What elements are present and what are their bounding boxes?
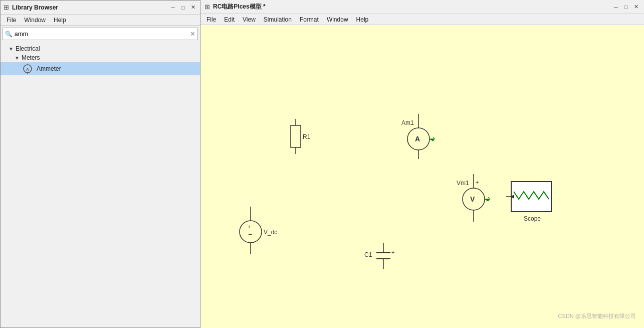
ammeter-label: Ammeter xyxy=(37,65,61,72)
scope[interactable]: Scope xyxy=(506,182,551,222)
library-titlebar: ⊞ Library Browser ─ □ ✕ xyxy=(1,1,200,15)
svg-text:A: A xyxy=(26,67,29,72)
library-menubar: File Window Help xyxy=(1,15,200,26)
diagram-svg: R1 + − V_dc xyxy=(200,25,644,328)
library-maximize-btn[interactable]: □ xyxy=(179,4,187,12)
canvas-area[interactable]: R1 + − V_dc xyxy=(200,25,644,328)
svg-text:R1: R1 xyxy=(303,133,311,140)
svg-text:V: V xyxy=(470,195,475,203)
canvas-menu-view[interactable]: View xyxy=(239,15,260,24)
library-title: Library Browser xyxy=(12,4,58,11)
svg-text:−: − xyxy=(248,230,252,238)
canvas-minimize-btn[interactable]: ─ xyxy=(612,3,620,11)
voltage-source-Vdc[interactable]: + − V_dc xyxy=(240,207,277,254)
voltmeter-Vm1[interactable]: + V Vm1 xyxy=(457,174,490,222)
library-titlebar-controls: ─ □ ✕ xyxy=(169,4,197,12)
library-browser-panel: ⊞ Library Browser ─ □ ✕ File Window Help… xyxy=(0,0,200,328)
electrical-expand-icon: ▼ xyxy=(9,46,14,52)
canvas-menu-edit[interactable]: Edit xyxy=(220,15,239,24)
capacitor-C1[interactable]: + C1 xyxy=(364,243,394,269)
svg-text:Vm1: Vm1 xyxy=(457,180,469,187)
canvas-titlebar: ⊞ RC电路Plces模型 * ─ □ ✕ xyxy=(200,0,644,14)
search-icon: 🔍 xyxy=(5,31,13,38)
svg-rect-5 xyxy=(291,125,301,147)
canvas-panel: ⊞ RC电路Plces模型 * ─ □ ✕ File Edit View Sim… xyxy=(200,0,644,328)
electrical-label: Electrical xyxy=(16,45,40,52)
canvas-menu-window[interactable]: Window xyxy=(323,15,352,24)
svg-text:+: + xyxy=(476,179,479,185)
canvas-controls: ─ □ ✕ xyxy=(612,3,640,11)
canvas-icon: ⊞ xyxy=(204,3,210,11)
titlebar-left: ⊞ Library Browser xyxy=(4,4,58,11)
ammeter-item[interactable]: A Ammeter xyxy=(1,62,200,75)
svg-marker-31 xyxy=(485,197,490,201)
meters-expand-icon: ▼ xyxy=(15,55,20,61)
ammeter-Am1[interactable]: A Am1 xyxy=(401,114,435,159)
tree-area: ▼ Electrical ▼ Meters A Ammeter xyxy=(1,42,200,327)
ammeter-icon: A xyxy=(23,64,33,74)
canvas-menu-simulation[interactable]: Simulation xyxy=(260,15,296,24)
library-icon: ⊞ xyxy=(4,4,9,11)
canvas-title-left: ⊞ RC电路Plces模型 * xyxy=(204,3,266,11)
svg-text:Am1: Am1 xyxy=(401,119,414,126)
svg-text:C1: C1 xyxy=(364,251,372,258)
canvas-maximize-btn[interactable]: □ xyxy=(622,3,630,11)
search-container: 🔍 ✕ xyxy=(3,28,198,40)
library-minimize-btn[interactable]: ─ xyxy=(169,4,177,12)
search-input[interactable] xyxy=(15,31,190,38)
canvas-menu-help[interactable]: Help xyxy=(352,15,373,24)
svg-marker-24 xyxy=(430,137,435,141)
svg-text:V_dc: V_dc xyxy=(264,229,277,236)
canvas-menubar: File Edit View Simulation Format Window … xyxy=(200,14,644,25)
svg-text:+: + xyxy=(391,249,394,255)
tree-node-meters[interactable]: ▼ Meters xyxy=(1,53,200,62)
library-menu-file[interactable]: File xyxy=(3,16,20,25)
svg-text:+: + xyxy=(248,224,251,230)
library-close-btn[interactable]: ✕ xyxy=(189,4,197,12)
canvas-title: RC电路Plces模型 * xyxy=(213,3,266,11)
canvas-menu-file[interactable]: File xyxy=(202,15,220,24)
library-menu-window[interactable]: Window xyxy=(20,16,50,25)
meters-label: Meters xyxy=(22,54,40,61)
svg-text:Scope: Scope xyxy=(524,215,541,222)
canvas-menu-format[interactable]: Format xyxy=(296,15,323,24)
search-clear-btn[interactable]: ✕ xyxy=(190,30,195,38)
resistor-R1[interactable]: R1 xyxy=(291,119,311,154)
svg-text:A: A xyxy=(415,135,420,143)
tree-node-electrical[interactable]: ▼ Electrical xyxy=(1,44,200,53)
library-menu-help[interactable]: Help xyxy=(50,16,70,25)
watermark: CSDN @乐思智能科技有限公司 xyxy=(558,312,636,320)
canvas-close-btn[interactable]: ✕ xyxy=(632,3,640,11)
